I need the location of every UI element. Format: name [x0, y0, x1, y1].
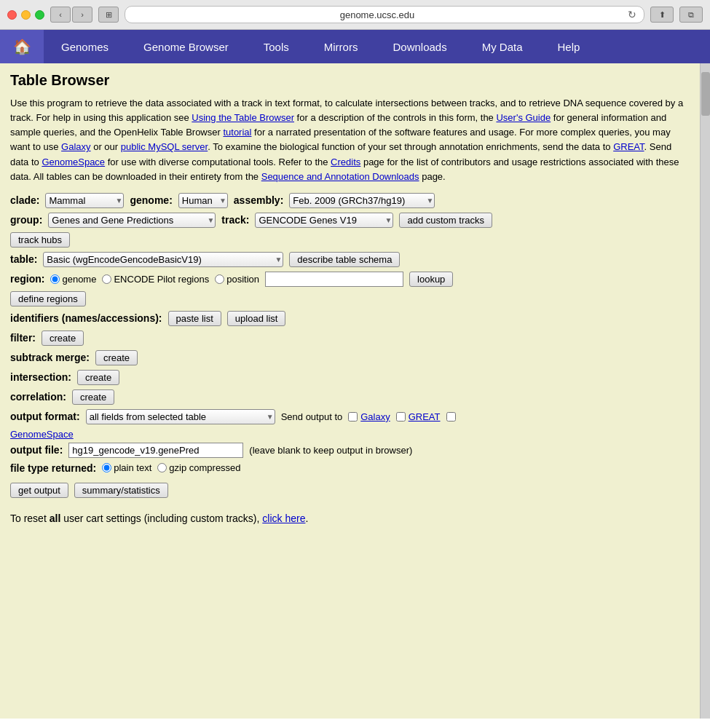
layout-button[interactable]: ⊞	[98, 7, 119, 23]
galaxy-link[interactable]: Galaxy	[360, 411, 390, 422]
correlation-row: correlation: create	[10, 389, 690, 405]
output-format-select[interactable]: all fields from selected table BED - bro…	[86, 409, 275, 424]
add-custom-tracks-button[interactable]: add custom tracks	[399, 213, 492, 228]
track-select[interactable]: GENCODE Genes V19 RefSeq Genes UCSC Gene…	[255, 213, 393, 228]
table-select[interactable]: Basic (wgEncodeGencodeBasicV19) Comp (wg…	[43, 252, 283, 267]
nav-buttons: ‹ ›	[50, 7, 92, 23]
home-nav-button[interactable]: 🏠	[0, 30, 44, 63]
navbar-item-downloads[interactable]: Downloads	[375, 30, 464, 63]
navbar-item-genomes[interactable]: Genomes	[44, 30, 126, 63]
output-file-row: output file: (leave blank to keep output…	[10, 443, 690, 458]
region-genome-radio[interactable]	[50, 274, 60, 284]
navbar-item-genome-browser[interactable]: Genome Browser	[126, 30, 246, 63]
gzip-radio-label[interactable]: gzip compressed	[157, 462, 240, 473]
summary-statistics-button[interactable]: summary/statistics	[74, 483, 168, 498]
navbar-item-help[interactable]: Help	[540, 30, 598, 63]
clade-select[interactable]: Mammal Vertebrate Deuterostome Insect Ne…	[45, 193, 124, 208]
maximize-button[interactable]	[35, 10, 44, 20]
genomespace-link[interactable]: GenomeSpace	[10, 429, 74, 440]
navbar-items: Genomes Genome Browser Tools Mirrors Dow…	[44, 30, 710, 63]
galaxy-checkbox[interactable]	[348, 412, 358, 422]
reload-button[interactable]: ↻	[628, 9, 636, 20]
identifiers-label: identifiers (names/accessions):	[10, 312, 162, 324]
clade-label: clade:	[10, 194, 39, 206]
genome-select-wrapper: Human Mouse Rat Dog Cat ▼	[178, 193, 228, 208]
link-table-browser[interactable]: Using the Table Browser	[192, 112, 294, 123]
link-tutorial[interactable]: tutorial	[223, 127, 251, 138]
reset-text: To reset all user cart settings (includi…	[10, 513, 690, 524]
great-link[interactable]: GREAT	[409, 411, 441, 422]
url-bar[interactable]: genome.ucsc.edu ↻	[125, 6, 644, 23]
gzip-label: gzip compressed	[169, 462, 240, 473]
region-encode-radio-label[interactable]: ENCODE Pilot regions	[102, 274, 209, 285]
link-galaxy[interactable]: Galaxy	[61, 141, 90, 152]
great-checkbox-label[interactable]: GREAT	[396, 411, 441, 422]
main-layout: Table Browser Use this program to retrie…	[0, 63, 710, 719]
region-position-radio[interactable]	[215, 274, 224, 284]
genomespace-checkbox[interactable]	[446, 412, 456, 422]
paste-list-button[interactable]: paste list	[168, 311, 221, 326]
output-file-label: output file:	[10, 444, 63, 456]
great-checkbox[interactable]	[396, 412, 406, 422]
define-regions-button[interactable]: define regions	[10, 291, 86, 306]
region-encode-text: ENCODE Pilot regions	[114, 274, 209, 285]
link-mysql[interactable]: public MySQL server	[121, 141, 208, 152]
back-button[interactable]: ‹	[50, 7, 71, 23]
forward-button[interactable]: ›	[72, 7, 92, 23]
pip-button[interactable]: ⧉	[679, 7, 703, 23]
output-format-label: output format:	[10, 411, 80, 422]
reset-end: .	[305, 513, 308, 524]
reset-link[interactable]: click here	[262, 513, 305, 524]
track-hubs-button[interactable]: track hubs	[10, 232, 70, 248]
plain-text-radio-label[interactable]: plain text	[102, 462, 151, 473]
reset-text-suffix: user cart settings (including custom tra…	[60, 513, 262, 524]
assembly-select[interactable]: Feb. 2009 (GRCh37/hg19) Dec. 2013 (GRCh3…	[289, 193, 435, 208]
link-credits[interactable]: Credits	[331, 157, 360, 167]
correlation-label: correlation:	[10, 391, 66, 403]
link-seq-downloads[interactable]: Sequence and Annotation Downloads	[261, 171, 419, 182]
upload-list-button[interactable]: upload list	[227, 311, 286, 326]
galaxy-checkbox-label[interactable]: Galaxy	[348, 411, 390, 422]
reset-all-text: all	[50, 513, 61, 524]
region-position-radio-label[interactable]: position	[215, 274, 259, 285]
genomespace-checkbox-label[interactable]	[446, 412, 456, 422]
file-type-label: file type returned:	[10, 462, 96, 474]
home-icon: 🏠	[13, 38, 31, 55]
group-select[interactable]: Genes and Gene Predictions Phenotype and…	[48, 213, 216, 228]
output-file-input[interactable]	[68, 443, 243, 458]
right-scrollbar[interactable]	[700, 63, 710, 719]
traffic-lights	[7, 10, 44, 20]
plain-text-radio[interactable]	[102, 463, 111, 472]
navbar-item-tools[interactable]: Tools	[246, 30, 307, 63]
link-users-guide[interactable]: User's Guide	[496, 112, 551, 123]
clade-genome-row: clade: Mammal Vertebrate Deuterostome In…	[10, 193, 690, 208]
minimize-button[interactable]	[21, 10, 31, 20]
navbar: 🏠 Genomes Genome Browser Tools Mirrors D…	[0, 30, 710, 63]
filter-create-button[interactable]: create	[42, 331, 84, 346]
navbar-item-my-data[interactable]: My Data	[465, 30, 540, 63]
lookup-button[interactable]: lookup	[409, 272, 453, 287]
main-content: Table Browser Use this program to retrie…	[0, 63, 700, 719]
define-regions-row: define regions	[10, 291, 690, 306]
group-track-row: group: Genes and Gene Predictions Phenot…	[10, 213, 690, 228]
region-encode-radio[interactable]	[102, 274, 111, 284]
navbar-item-mirrors[interactable]: Mirrors	[307, 30, 376, 63]
link-genomespace[interactable]: GenomeSpace	[42, 157, 105, 167]
track-select-wrapper: GENCODE Genes V19 RefSeq Genes UCSC Gene…	[255, 213, 393, 228]
get-output-button[interactable]: get output	[10, 483, 68, 498]
intersection-create-button[interactable]: create	[77, 370, 119, 385]
scroll-thumb[interactable]	[701, 72, 710, 116]
region-position-input[interactable]: chr21:33031597-33041570	[265, 272, 403, 287]
file-type-row: file type returned: plain text gzip comp…	[10, 462, 690, 474]
genome-select[interactable]: Human Mouse Rat Dog Cat	[178, 193, 228, 208]
close-button[interactable]	[7, 10, 17, 20]
correlation-create-button[interactable]: create	[72, 389, 114, 405]
share-button[interactable]: ⬆	[650, 7, 674, 23]
subtrack-create-button[interactable]: create	[95, 350, 138, 365]
intersection-row: intersection: create	[10, 370, 690, 385]
gzip-radio[interactable]	[157, 463, 167, 472]
region-genome-radio-label[interactable]: genome	[50, 274, 96, 285]
describe-table-button[interactable]: describe table schema	[289, 252, 400, 267]
link-great[interactable]: GREAT	[613, 141, 644, 152]
assembly-label: assembly:	[234, 194, 283, 206]
